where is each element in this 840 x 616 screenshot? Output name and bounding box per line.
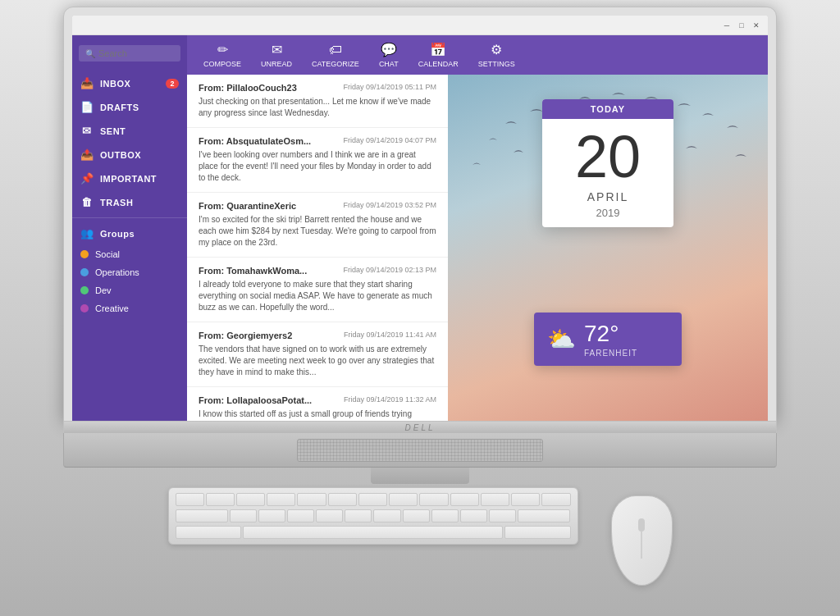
compose-button[interactable]: ✏ COMPOSE <box>203 42 241 68</box>
sent-label: SENT <box>100 126 126 136</box>
email-date-0: Friday 09/14/2019 05:11 PM <box>343 83 436 93</box>
computer-wrapper: ─ □ ✕ 🔍 📥 INBOX 2 <box>0 7 840 586</box>
key[interactable] <box>258 509 285 522</box>
speaker-bar <box>63 433 777 468</box>
brand-label: DELL <box>404 423 435 432</box>
settings-button[interactable]: ⚙ SETTINGS <box>478 42 515 68</box>
email-list[interactable]: From: PillalooCouch23 Friday 09/14/2019 … <box>187 75 448 421</box>
window-controls: ─ □ ✕ <box>722 21 761 30</box>
group-dev[interactable]: Dev <box>72 281 187 299</box>
key[interactable] <box>287 509 314 522</box>
email-item-4[interactable]: From: Georgiemyers2 Friday 09/14/2019 11… <box>187 322 448 387</box>
key[interactable] <box>518 509 570 522</box>
inbox-label: INBOX <box>100 79 130 89</box>
key[interactable] <box>504 526 571 539</box>
key[interactable] <box>176 493 204 506</box>
outbox-label: OUTBOX <box>100 150 141 160</box>
unread-icon: ✉ <box>272 42 282 57</box>
search-icon: 🔍 <box>85 49 95 58</box>
sidebar-item-drafts[interactable]: 📄 DRAFTS <box>72 95 187 119</box>
categorize-label: CATEGORIZE <box>312 60 359 68</box>
email-header-0: From: PillalooCouch23 Friday 09/14/2019 … <box>199 83 436 93</box>
key[interactable] <box>460 509 487 522</box>
key[interactable] <box>176 509 228 522</box>
calendar-day: 20 <box>542 119 673 190</box>
sidebar-item-inbox[interactable]: 📥 INBOX 2 <box>72 71 187 95</box>
trash-label: TRASH <box>100 198 133 208</box>
email-item-2[interactable]: From: QuarantineXeric Friday 09/14/2019 … <box>187 193 448 258</box>
group-creative[interactable]: Creative <box>72 299 187 317</box>
email-date-1: Friday 09/14/2019 04:07 PM <box>343 136 436 146</box>
important-label: IMPORTANT <box>100 174 157 184</box>
monitor: ─ □ ✕ 🔍 📥 INBOX 2 <box>63 7 777 422</box>
chat-button[interactable]: 💬 CHAT <box>379 42 399 68</box>
email-from-0: From: PillalooCouch23 <box>199 83 297 93</box>
key[interactable] <box>328 493 357 506</box>
key[interactable] <box>345 509 372 522</box>
key[interactable] <box>206 493 235 506</box>
key[interactable] <box>431 509 459 522</box>
key[interactable] <box>481 493 509 506</box>
categorize-button[interactable]: 🏷 CATEGORIZE <box>312 43 359 68</box>
calendar-header: TODAY <box>542 99 673 119</box>
unread-button[interactable]: ✉ UNREAD <box>261 42 292 68</box>
groups-label-text: Groups <box>100 229 135 239</box>
email-preview-1: I've been looking over numbers and I thi… <box>199 149 436 184</box>
sidebar-item-important[interactable]: 📌 IMPORTANT <box>72 167 187 190</box>
inbox-icon: 📥 <box>80 77 94 89</box>
mouse[interactable] <box>611 495 673 586</box>
dev-dot <box>80 286 89 294</box>
creative-label: Creative <box>95 303 129 313</box>
key[interactable] <box>297 493 326 506</box>
trash-icon: 🗑 <box>80 196 94 208</box>
key[interactable] <box>236 493 265 506</box>
email-item-3[interactable]: From: TomahawkWoma... Friday 09/14/2019 … <box>187 258 448 322</box>
key[interactable] <box>230 509 257 522</box>
sidebar-item-sent[interactable]: ✉ SENT <box>72 119 187 143</box>
key[interactable] <box>316 509 343 522</box>
key[interactable] <box>373 509 400 522</box>
sidebar-item-trash[interactable]: 🗑 TRASH <box>72 190 187 214</box>
search-box[interactable]: 🔍 <box>79 45 180 62</box>
social-dot <box>80 250 89 258</box>
key-row-3 <box>176 526 571 539</box>
email-preview-0: Just checking on that presentation... Le… <box>199 96 436 119</box>
mouse-divider <box>641 532 642 558</box>
sidebar-item-outbox[interactable]: 📤 OUTBOX <box>72 143 187 167</box>
spacebar[interactable] <box>243 526 503 539</box>
email-from-5: From: LollapaloosaPotat... <box>199 395 312 405</box>
search-input[interactable] <box>98 48 174 58</box>
group-operations[interactable]: Operations <box>72 263 187 281</box>
key[interactable] <box>267 493 295 506</box>
email-preview-4: The vendors that have signed on to work … <box>199 344 436 378</box>
screen: ─ □ ✕ 🔍 📥 INBOX 2 <box>72 16 768 421</box>
keyboard[interactable] <box>168 487 578 545</box>
key[interactable] <box>541 493 570 506</box>
email-item-1[interactable]: From: AbsquatulateOsm... Friday 09/14/20… <box>187 128 448 193</box>
email-item-5[interactable]: From: LollapaloosaPotat... Friday 09/14/… <box>187 387 448 421</box>
key[interactable] <box>403 509 430 522</box>
key[interactable] <box>358 493 387 506</box>
important-icon: 📌 <box>80 172 94 185</box>
key[interactable] <box>511 493 540 506</box>
email-preview-5: I know this started off as just a small … <box>199 408 436 421</box>
minimize-button[interactable]: ─ <box>722 21 732 30</box>
compose-icon: ✏ <box>217 42 228 57</box>
sidebar-item-groups[interactable]: 👥 Groups <box>72 221 187 245</box>
key[interactable] <box>419 493 448 506</box>
email-from-1: From: AbsquatulateOsm... <box>199 136 311 146</box>
group-social[interactable]: Social <box>72 245 187 263</box>
calendar-button[interactable]: 📅 CALENDAR <box>418 42 459 68</box>
scroll-wheel <box>638 518 645 532</box>
speaker-grid <box>297 439 543 462</box>
maximize-button[interactable]: □ <box>737 21 746 30</box>
dev-label: Dev <box>95 285 112 295</box>
close-button[interactable]: ✕ <box>751 21 761 30</box>
email-item-0[interactable]: From: PillalooCouch23 Friday 09/14/2019 … <box>187 75 448 128</box>
calendar-label: CALENDAR <box>418 60 459 68</box>
email-header-2: From: QuarantineXeric Friday 09/14/2019 … <box>199 201 436 211</box>
key[interactable] <box>176 526 242 539</box>
key[interactable] <box>450 493 479 506</box>
key[interactable] <box>389 493 418 506</box>
key[interactable] <box>489 509 516 522</box>
